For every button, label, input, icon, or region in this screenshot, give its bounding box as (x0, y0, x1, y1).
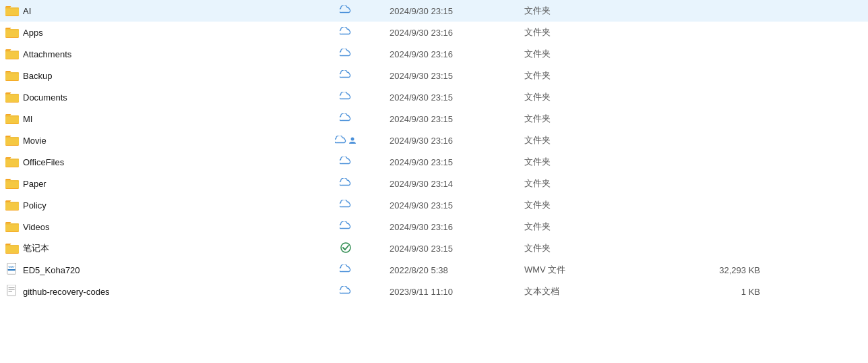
table-row[interactable]: Videos 2024/9/30 23:16文件夹 (0, 216, 868, 238)
file-name-label: ED5_Koha720 (23, 265, 80, 275)
file-name-col: OfficeFiles (5, 156, 302, 168)
svg-point-21 (351, 138, 354, 141)
file-name-label: Apps (23, 28, 43, 38)
sync-status-col (302, 221, 390, 233)
table-row[interactable]: Movie 2024/9/30 23:16文件夹 (0, 130, 868, 151)
file-name-label: Documents (23, 92, 67, 103)
cloud-sync-icon (340, 70, 352, 82)
file-type-col: 文件夹 (524, 134, 659, 146)
folder-icon (5, 156, 19, 168)
table-row[interactable]: MI 2024/9/30 23:15文件夹 (0, 108, 868, 130)
file-name-label: AI (23, 6, 31, 16)
folder-icon (5, 221, 19, 233)
file-date-col: 2024/9/30 23:16 (390, 136, 524, 146)
cloud-sync-icon (340, 5, 352, 17)
file-name-label: Attachments (23, 49, 71, 59)
svg-rect-30 (5, 203, 19, 210)
cloud-sync-icon (340, 113, 352, 125)
cloud-sync-icon (340, 92, 352, 103)
folder-icon (5, 26, 19, 38)
folder-icon (5, 113, 19, 125)
file-type-col: 文件夹 (524, 199, 659, 211)
file-date-col: 2024/9/30 23:14 (390, 179, 524, 189)
file-name-col: Movie (5, 134, 302, 146)
green-check-sync-icon (340, 242, 351, 255)
table-row[interactable]: AI 2024/9/30 23:15文件夹 (0, 0, 868, 22)
sync-status-col (302, 113, 390, 125)
table-row[interactable]: WMV ED5_Koha720 2022/8/20 5:38WMV 文件32,2… (0, 259, 868, 281)
file-date-col: 2023/9/11 11:10 (390, 287, 524, 297)
sync-status-col (302, 92, 390, 103)
file-size-col: 32,293 KB (659, 265, 760, 275)
sync-status-col (302, 242, 390, 255)
file-type-col: 文件夹 (524, 156, 659, 168)
file-name-col: Apps (5, 26, 302, 38)
file-type-col: 文件夹 (524, 221, 659, 233)
sync-status-col (302, 264, 390, 276)
table-row[interactable]: github-recovery-codes 2023/9/11 11:10文本文… (0, 281, 868, 302)
cloud-sync-icon (340, 178, 352, 190)
file-type-col: 文件夹 (524, 91, 659, 103)
sync-status-col (302, 157, 390, 168)
file-date-col: 2024/9/30 23:15 (390, 114, 524, 124)
table-row[interactable]: Attachments 2024/9/30 23:16文件夹 (0, 43, 868, 65)
svg-rect-14 (5, 95, 19, 102)
sync-status-col (302, 136, 390, 145)
file-name-label: 笔记本 (23, 242, 49, 254)
svg-rect-33 (5, 225, 19, 231)
file-size-col: 1 KB (659, 287, 760, 297)
svg-rect-40 (8, 269, 16, 271)
file-name-label: Movie (23, 136, 46, 146)
folder-icon (5, 177, 19, 190)
file-type-col: 文件夹 (524, 242, 659, 254)
file-type-col: WMV 文件 (524, 264, 659, 276)
file-date-col: 2024/9/30 23:15 (390, 157, 524, 167)
file-name-label: OfficeFiles (23, 157, 64, 167)
table-row[interactable]: Paper 2024/9/30 23:14文件夹 (0, 173, 868, 194)
cloud-sync-icon (340, 286, 352, 298)
svg-text:WMV: WMV (9, 266, 15, 269)
wmv-file-icon: WMV (5, 263, 19, 277)
svg-rect-42 (7, 285, 16, 296)
file-date-col: 2024/9/30 23:16 (390, 222, 524, 232)
file-date-col: 2024/9/30 23:15 (390, 71, 524, 81)
folder-icon (5, 91, 19, 103)
file-date-col: 2024/9/30 23:15 (390, 6, 524, 16)
table-row[interactable]: Documents 2024/9/30 23:15文件夹 (0, 86, 868, 108)
file-name-col: Videos (5, 221, 302, 233)
file-list: AI 2024/9/30 23:15文件夹 Apps 2024/9/30 23:… (0, 0, 868, 302)
folder-icon (5, 242, 19, 254)
cloud-sync-icon (340, 200, 352, 211)
file-type-col: 文件夹 (524, 26, 659, 38)
table-row[interactable]: Apps 2024/9/30 23:16文件夹 (0, 22, 868, 43)
file-name-col: Policy (5, 199, 302, 211)
table-row[interactable]: Policy 2024/9/30 23:15文件夹 (0, 194, 868, 216)
sync-status-col (302, 49, 390, 60)
cloud-sync-icon (340, 221, 352, 233)
sync-status-col (302, 200, 390, 211)
folder-icon (5, 48, 19, 60)
file-date-col: 2024/9/30 23:16 (390, 49, 524, 59)
table-row[interactable]: OfficeFiles 2024/9/30 23:15文件夹 (0, 151, 868, 173)
table-row[interactable]: 笔记本 2024/9/30 23:15文件夹 (0, 238, 868, 259)
txt-file-icon (5, 285, 19, 298)
file-name-label: Paper (23, 179, 46, 189)
file-type-col: 文本文档 (524, 285, 659, 298)
svg-rect-8 (5, 52, 19, 59)
file-name-col: Paper (5, 177, 302, 190)
table-row[interactable]: Backup 2024/9/30 23:15文件夹 (0, 65, 868, 86)
cloud-sync-icon (340, 49, 352, 60)
file-date-col: 2024/9/30 23:15 (390, 200, 524, 211)
folder-icon (5, 5, 19, 17)
cloud-sync-icon (340, 264, 352, 276)
file-name-col: AI (5, 5, 302, 17)
file-name-label: Backup (23, 71, 52, 81)
file-date-col: 2024/9/30 23:15 (390, 244, 524, 254)
file-type-col: 文件夹 (524, 177, 659, 190)
sync-status-col (302, 5, 390, 17)
sync-status-col (302, 27, 390, 38)
file-name-col: Backup (5, 69, 302, 82)
file-type-col: 文件夹 (524, 69, 659, 82)
svg-rect-27 (5, 182, 19, 188)
file-name-label: Policy (23, 200, 46, 211)
